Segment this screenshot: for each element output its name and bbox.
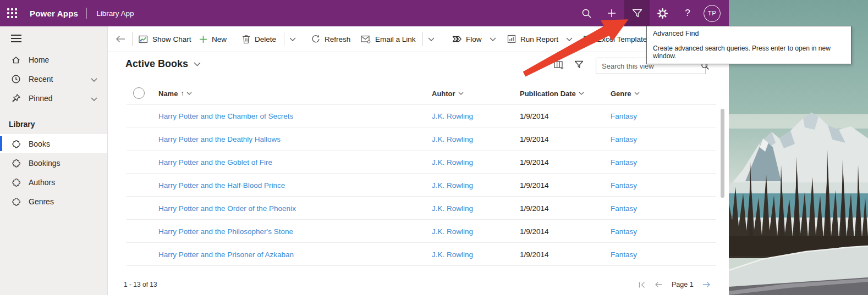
topbar-divider	[86, 8, 87, 19]
column-header-name[interactable]: Name ↑	[158, 82, 192, 104]
chevron-down-icon	[634, 92, 640, 95]
flow-button[interactable]: Flow	[452, 26, 496, 52]
chevron-down-icon[interactable]	[91, 75, 97, 84]
hamburger-menu-icon[interactable]	[11, 35, 21, 42]
view-selector[interactable]: Active Books	[125, 58, 201, 70]
vertical-scrollbar-thumb[interactable]	[721, 109, 724, 198]
table-row[interactable]: Harry Potter and the Philosopher's Stone…	[127, 220, 716, 243]
book-name-link[interactable]: Harry Potter and the Philosopher's Stone	[158, 220, 293, 243]
publication-date-value: 1/9/2014	[520, 197, 549, 220]
publication-date-value: 1/9/2014	[520, 220, 549, 243]
sidebar-group-label: Library	[9, 120, 107, 129]
book-name-link[interactable]: Harry Potter and the Chamber of Secrets	[158, 104, 293, 127]
column-header-genre[interactable]: Genre	[611, 82, 640, 104]
book-name-link[interactable]: Harry Potter and the Deathly Hallows	[158, 127, 281, 151]
new-button[interactable]: New	[199, 26, 227, 52]
chart-icon	[139, 35, 148, 44]
sidebar-item-books[interactable]: Books	[0, 134, 107, 153]
sidebar-item-authors[interactable]: Authors	[0, 172, 107, 192]
app-launcher-waffle-icon[interactable]	[7, 8, 17, 18]
author-link[interactable]: J.K. Rowling	[432, 220, 473, 243]
view-title: Active Books	[125, 58, 188, 70]
table-row[interactable]: Harry Potter and the Goblet of Fire J.K.…	[127, 151, 716, 174]
svg-text:X: X	[584, 37, 587, 42]
chevron-down-icon	[566, 37, 573, 41]
show-chart-button[interactable]: Show Chart	[139, 26, 191, 52]
author-link[interactable]: J.K. Rowling	[432, 104, 473, 127]
pin-icon	[11, 93, 21, 103]
table-row[interactable]: Harry Potter and the Prisoner of Azkaban…	[127, 243, 716, 266]
previous-page-icon[interactable]	[655, 281, 663, 288]
app-name[interactable]: Library App	[96, 9, 134, 18]
report-icon	[507, 35, 516, 43]
tooltip-title: Advanced Find	[653, 30, 845, 37]
command-divider	[422, 32, 423, 46]
flow-icon	[452, 35, 462, 43]
overflow-chevron-icon[interactable]	[428, 26, 435, 52]
table-row[interactable]: Harry Potter and the Deathly Hallows J.K…	[127, 127, 716, 151]
genre-link[interactable]: Fantasy	[611, 127, 637, 151]
email-a-link-button[interactable]: Email a Link	[361, 26, 416, 52]
publication-date-value: 1/9/2014	[520, 104, 549, 127]
next-page-icon[interactable]	[702, 281, 711, 288]
puzzle-icon	[11, 177, 21, 187]
sidebar-item-genres[interactable]: Genres	[0, 192, 107, 211]
genre-link[interactable]: Fantasy	[611, 220, 637, 243]
column-settings-icon[interactable]	[554, 60, 564, 73]
advanced-find-filter-icon[interactable]	[624, 0, 650, 26]
author-link[interactable]: J.K. Rowling	[432, 197, 473, 220]
genre-link[interactable]: Fantasy	[611, 197, 637, 220]
table-row[interactable]: Harry Potter and the Order of the Phoeni…	[127, 197, 716, 220]
sidebar-item-pinned[interactable]: Pinned	[0, 88, 107, 108]
command-divider	[132, 32, 133, 46]
book-name-link[interactable]: Harry Potter and the Goblet of Fire	[158, 151, 272, 174]
home-icon	[11, 55, 21, 65]
quick-create-plus-icon[interactable]	[599, 0, 624, 26]
book-name-link[interactable]: Harry Potter and the Order of the Phoeni…	[158, 197, 296, 220]
table-row[interactable]: Harry Potter and the Half-Blood Prince J…	[127, 174, 716, 197]
grid-header: Name ↑ Auhtor Publication Date Genre	[127, 82, 716, 104]
chevron-down-icon	[186, 92, 192, 95]
back-button[interactable]	[116, 26, 125, 52]
search-icon[interactable]	[574, 0, 599, 26]
trash-icon	[242, 35, 250, 44]
column-header-publication-date[interactable]: Publication Date	[520, 82, 584, 104]
table-row[interactable]: Harry Potter and the Chamber of Secrets …	[127, 104, 716, 127]
overflow-chevron-icon[interactable]	[289, 26, 296, 52]
sidebar-item-home[interactable]: Home	[0, 50, 107, 69]
column-header-author[interactable]: Auhtor	[432, 82, 464, 104]
refresh-icon	[311, 35, 320, 43]
author-link[interactable]: J.K. Rowling	[432, 243, 473, 266]
select-all-checkbox[interactable]	[133, 87, 145, 99]
book-name-link[interactable]: Harry Potter and the Half-Blood Prince	[158, 174, 285, 197]
first-page-icon[interactable]	[638, 281, 646, 288]
author-link[interactable]: J.K. Rowling	[432, 127, 473, 151]
settings-gear-icon[interactable]	[650, 0, 675, 26]
genre-link[interactable]: Fantasy	[611, 151, 637, 174]
sidebar-item-bookings[interactable]: Bookings	[0, 153, 107, 172]
genre-link[interactable]: Fantasy	[611, 174, 637, 197]
genre-link[interactable]: Fantasy	[611, 243, 637, 266]
puzzle-icon	[11, 139, 21, 149]
filter-view-icon[interactable]	[574, 60, 584, 71]
chevron-down-icon	[458, 92, 464, 95]
help-icon[interactable]: ?	[675, 0, 700, 26]
refresh-button[interactable]: Refresh	[311, 26, 350, 52]
chevron-down-icon[interactable]	[91, 94, 97, 103]
genre-link[interactable]: Fantasy	[611, 104, 637, 127]
command-bar: Show Chart New Delete Refresh Email a Li…	[108, 26, 729, 52]
delete-button[interactable]: Delete	[242, 26, 276, 52]
pagination: Page 1	[638, 277, 711, 292]
run-report-button[interactable]: Run Report	[507, 26, 573, 52]
user-avatar[interactable]: TP	[704, 5, 721, 22]
top-navigation-bar: Power Apps Library App	[0, 0, 729, 26]
tooltip-description: Create advanced search queries. Press en…	[653, 44, 845, 60]
excel-templates-button[interactable]: X Excel Templates	[583, 26, 651, 52]
chevron-down-icon	[490, 37, 496, 41]
book-name-link[interactable]: Harry Potter and the Prisoner of Azkaban	[158, 243, 294, 266]
chevron-down-icon	[579, 92, 584, 95]
sidebar-item-recent[interactable]: Recent	[0, 69, 107, 88]
brand-title: Power Apps	[30, 9, 78, 18]
author-link[interactable]: J.K. Rowling	[432, 151, 473, 174]
author-link[interactable]: J.K. Rowling	[432, 174, 473, 197]
